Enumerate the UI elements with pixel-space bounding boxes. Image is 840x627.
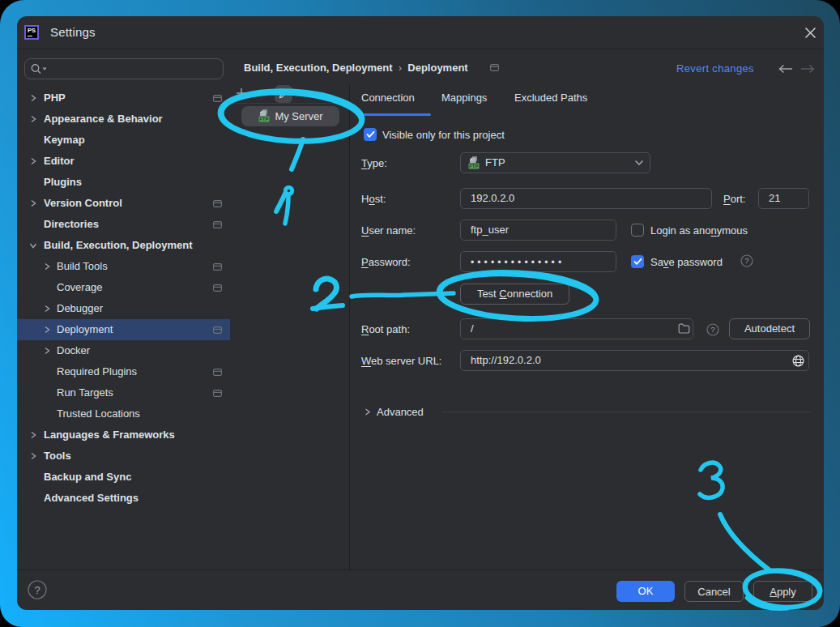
svg-text:?: ? xyxy=(710,325,714,334)
svg-text:?: ? xyxy=(34,584,40,596)
svg-text:FTP: FTP xyxy=(469,164,478,168)
svg-text:?: ? xyxy=(744,256,748,265)
svg-text:FTP: FTP xyxy=(260,117,269,122)
